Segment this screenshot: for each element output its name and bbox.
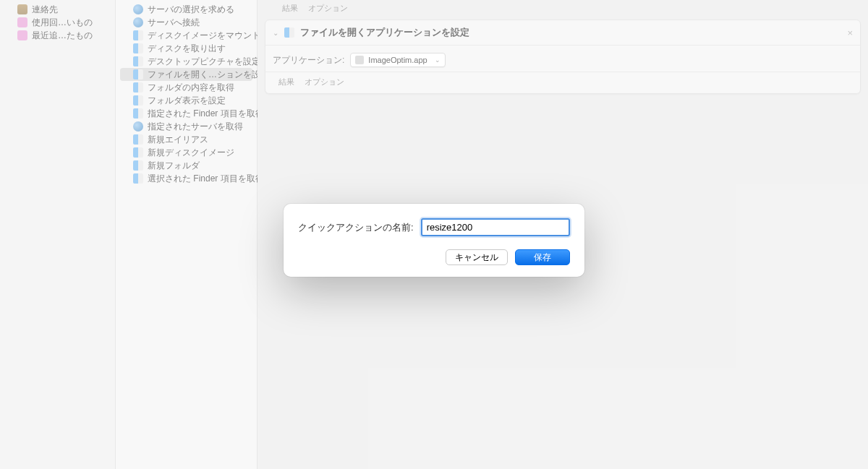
modal-overlay: クイックアクションの名前: キャンセル 保存 bbox=[0, 0, 868, 469]
save-button[interactable]: 保存 bbox=[515, 249, 570, 265]
cancel-button[interactable]: キャンセル bbox=[446, 249, 508, 265]
save-dialog: クイックアクションの名前: キャンセル 保存 bbox=[284, 204, 584, 277]
quick-action-name-input[interactable] bbox=[421, 218, 570, 236]
quick-action-name-label: クイックアクションの名前: bbox=[298, 221, 414, 234]
